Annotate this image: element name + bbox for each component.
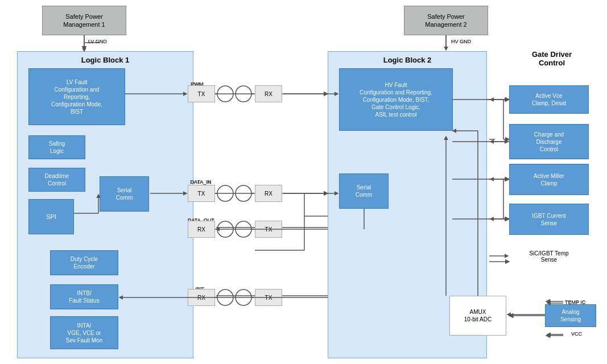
serial-comm1-label: Serial Comm: [116, 187, 133, 201]
lv-fault-label: LV Fault Configuration and Reporting, Co…: [51, 78, 102, 115]
transformer-int: [215, 288, 254, 307]
svg-point-46: [217, 185, 233, 201]
inta-vge-block: INTA/ VGE, VCE or Sev Fault Mon: [50, 316, 118, 349]
rx2-mid-label: RX: [265, 190, 272, 197]
rx-int-block: RX: [188, 289, 215, 306]
safety-pm1-label: Safety Power Management 1: [63, 13, 105, 29]
igbt-current-block: IGBT Current Sense: [509, 204, 589, 235]
tx-int-label: TX: [265, 294, 272, 301]
tx1-block: TX: [188, 85, 215, 102]
rx1-top-label: RX: [265, 90, 272, 98]
inta-vge-label: INTA/ VGE, VCE or Sev Fault Mon: [66, 322, 102, 344]
safety-pm1-block: Safety Power Management 1: [42, 6, 126, 35]
hv-fault-label: HV Fault Configuration and Reporting, Co…: [360, 81, 432, 118]
rx1-top-block: RX: [255, 85, 282, 102]
tx-int-block: TX: [255, 289, 282, 306]
hv-fault-block: HV Fault Configuration and Reporting, Co…: [339, 68, 453, 131]
safety-pm2-block: Safety Power Management 2: [404, 6, 488, 35]
svg-point-47: [236, 185, 251, 201]
intb-fault-block: INTB/ Fault Status: [50, 284, 118, 309]
logic-block2-title: Logic Block 2: [328, 51, 487, 64]
transformer-data-out: [215, 220, 254, 239]
analog-sensing-label: Analog Sensing: [560, 308, 581, 323]
lv-gnd-text: LV GND: [88, 39, 107, 44]
duty-cycle-label: Duty Cycle Encoder: [71, 255, 98, 270]
tx2-mid-label: TX: [198, 190, 205, 197]
tx2-mid-block: TX: [188, 185, 215, 202]
svg-point-42: [217, 86, 233, 102]
charge-discharge-label: Charge and Discharge Control: [534, 131, 564, 153]
rx2-mid-block: RX: [255, 185, 282, 202]
diagram: Safety Power Management 1 LV GND Logic B…: [0, 0, 607, 364]
safety-pm2-label: Safety Power Management 2: [425, 13, 466, 29]
logic-block1-title: Logic Block 1: [17, 51, 193, 64]
tx1-label: TX: [198, 90, 205, 98]
spi-label: SPI: [46, 213, 56, 221]
safing-logic-block: Safing Logic: [28, 135, 85, 159]
tx-data-out-label: TX: [265, 226, 272, 233]
amux-block: AMUX 10-bit ADC: [449, 296, 506, 336]
analog-sensing-block: Analog Sensing: [545, 304, 596, 327]
amux-label: AMUX 10-bit ADC: [464, 308, 492, 323]
rx-data-out-label: RX: [197, 226, 205, 233]
svg-point-55: [236, 289, 251, 305]
transformer2-mid: [215, 184, 254, 203]
rx-data-out-block: RX: [188, 221, 215, 238]
intb-fault-label: INTB/ Fault Status: [69, 289, 99, 304]
sic-igbt-temp-label: SiC/IGBT Temp Sense: [509, 250, 589, 263]
tx-data-out-block: TX: [255, 221, 282, 238]
hv-gnd-text: HV GND: [451, 39, 471, 44]
gate-driver-section: Gate Driver Control: [509, 50, 594, 67]
serial-comm2-label: Serial Comm: [356, 184, 372, 198]
duty-cycle-block: Duty Cycle Encoder: [50, 250, 118, 275]
deadtime-control-block: Deadtime Control: [28, 168, 85, 192]
charge-discharge-block: Charge and Discharge Control: [509, 124, 589, 159]
data-in-text: DATA_IN: [190, 179, 211, 185]
active-miller-label: Active Miller Clamp: [534, 172, 564, 187]
svg-point-54: [217, 289, 233, 305]
igbt-current-label: IGBT Current Sense: [532, 212, 565, 227]
spi-block: SPI: [28, 199, 74, 234]
deadtime-control-label: Deadtime Control: [45, 172, 69, 187]
serial-comm1-block: Serial Comm: [100, 176, 149, 212]
serial-comm2-block: Serial Comm: [339, 173, 389, 209]
svg-point-43: [236, 86, 251, 102]
lv-fault-block: LV Fault Configuration and Reporting, Co…: [28, 68, 125, 125]
safing-logic-label: Safing Logic: [49, 140, 65, 155]
vcc-text: VCC: [571, 331, 582, 337]
active-vce-block: Active Vce Clamp, Desat: [509, 85, 589, 114]
active-vce-label: Active Vce Clamp, Desat: [532, 92, 567, 107]
svg-point-51: [236, 221, 251, 237]
active-miller-block: Active Miller Clamp: [509, 164, 589, 195]
transformer1-top: [215, 84, 254, 104]
svg-point-50: [217, 221, 233, 237]
rx-int-label: RX: [197, 294, 205, 301]
